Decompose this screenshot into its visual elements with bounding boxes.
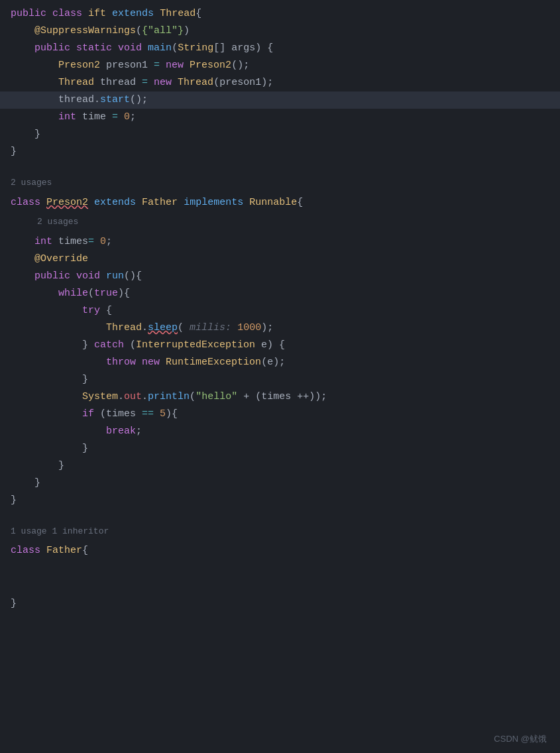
keyword-public: public <box>11 6 46 22</box>
keyword-break: break <box>106 424 136 439</box>
classname-ift: ift <box>88 6 106 22</box>
num-0b: 0 <box>100 234 106 250</box>
meta-usages-preson2: 2 usages <box>0 172 560 194</box>
spacer-3 <box>0 559 560 571</box>
method-println: println <box>148 389 190 405</box>
type-thread2: Thread <box>58 75 94 91</box>
keyword-catch: catch <box>94 337 124 353</box>
code-line-9: } <box>0 143 560 160</box>
keyword-int1: int <box>58 109 76 125</box>
spacer-1 <box>0 160 560 172</box>
keyword-void2: void <box>76 268 100 284</box>
keyword-try: try <box>82 303 100 319</box>
code-line-close-if: } <box>0 440 560 457</box>
code-line-5: Thread thread = new Thread (preson1); <box>0 74 560 91</box>
code-line-close-run: } <box>0 475 560 492</box>
classname-father: Father <box>46 543 82 559</box>
code-line-try: try { <box>0 302 560 319</box>
code-line-4: Preson2 preson1 = new Preson2 (); <box>0 57 560 74</box>
code-line-1: public class ift extends Thread { <box>0 5 560 23</box>
code-line-times: int times = 0 ; <box>0 233 560 251</box>
code-line-while: while ( true ){ <box>0 285 560 302</box>
keyword-extends2: extends <box>94 195 136 211</box>
type-system: System <box>82 389 118 405</box>
num-5: 5 <box>160 406 166 422</box>
type-thread4: Thread <box>106 320 142 336</box>
param-millis: millis: <box>190 320 231 336</box>
type-interrupted: InterruptedException <box>136 337 255 353</box>
code-line-println: System . out . println ( "hello" + (time… <box>0 388 560 406</box>
code-line-father-class: class Father { <box>0 542 560 559</box>
keyword-int2: int <box>34 234 52 250</box>
method-sleep: sleep <box>148 320 178 336</box>
keyword-class3: class <box>11 543 40 559</box>
code-line-throw: throw new RuntimeException (e); <box>0 354 560 371</box>
code-line-if: if (times == 5 ){ <box>0 406 560 423</box>
keyword-true: true <box>94 286 118 302</box>
keyword-implements: implements <box>184 195 243 211</box>
field-out: out <box>124 389 142 405</box>
watermark: CSDN @鱿饿 <box>494 733 547 745</box>
code-line-8: } <box>0 126 560 143</box>
keyword-if: if <box>82 406 94 422</box>
meta-father-info: 1 usage 1 inheritor <box>0 521 560 543</box>
keyword-class2: class <box>11 195 40 211</box>
keyword-public2: public <box>34 40 70 56</box>
code-line-2: @SuppressWarnings ( {"all"} ) <box>0 23 560 40</box>
string-hello: "hello" <box>196 389 237 405</box>
num-0a: 0 <box>124 109 130 125</box>
type-preson2b: Preson2 <box>190 58 231 74</box>
keyword-while: while <box>58 286 88 302</box>
code-line-close-father: } <box>0 595 560 612</box>
spacer-2 <box>0 509 560 521</box>
spacer-5 <box>0 583 560 595</box>
code-line-preson2-class: class Preson2 extends Father implements … <box>0 194 560 211</box>
code-line-break: break ; <box>0 423 560 440</box>
code-line-override: @Override <box>0 251 560 268</box>
keyword-void: void <box>118 40 142 56</box>
meta-usages-times: 2 usages <box>0 211 560 233</box>
type-string: String <box>178 40 213 56</box>
code-line-close-catch: } <box>0 371 560 388</box>
code-line-6: thread. start (); <box>0 91 560 109</box>
code-line-7: int time = 0 ; <box>0 109 560 126</box>
code-line-close-preson2: } <box>0 492 560 509</box>
keyword-extends: extends <box>112 6 154 22</box>
code-editor: public class ift extends Thread { @Suppr… <box>0 0 560 618</box>
fn-run: run <box>106 268 124 284</box>
fn-main: main <box>148 40 172 56</box>
code-line-catch: } catch ( InterruptedException e) { <box>0 337 560 354</box>
keyword-new2: new <box>154 75 172 91</box>
type-runtimeexception: RuntimeException <box>166 355 261 371</box>
type-preson2a: Preson2 <box>58 58 100 74</box>
keyword-static: static <box>76 40 112 56</box>
type-thread: Thread <box>160 6 196 22</box>
type-runnable: Runnable <box>249 195 297 211</box>
keyword-throw: throw <box>106 355 136 371</box>
keyword-new3: new <box>142 355 160 371</box>
code-line-close-while: } <box>0 457 560 475</box>
classname-preson2: Preson2 <box>46 195 88 211</box>
code-line-sleep: Thread . sleep ( millis: 1000 ); <box>0 319 560 337</box>
annotation-override: @Override <box>34 251 88 267</box>
keyword-new1: new <box>166 58 184 74</box>
num-1000: 1000 <box>237 320 261 336</box>
keyword-class: class <box>52 6 82 22</box>
code-line-run: public void run (){ <box>0 268 560 285</box>
type-father: Father <box>142 195 178 211</box>
spacer-4 <box>0 571 560 583</box>
code-line-3: public static void main ( String [] args… <box>0 40 560 57</box>
method-start: start <box>100 92 130 108</box>
keyword-public3: public <box>34 268 70 284</box>
type-thread3: Thread <box>178 75 213 91</box>
annotation-suppress: @SuppressWarnings <box>34 23 136 39</box>
string-all: {"all"} <box>142 23 184 39</box>
